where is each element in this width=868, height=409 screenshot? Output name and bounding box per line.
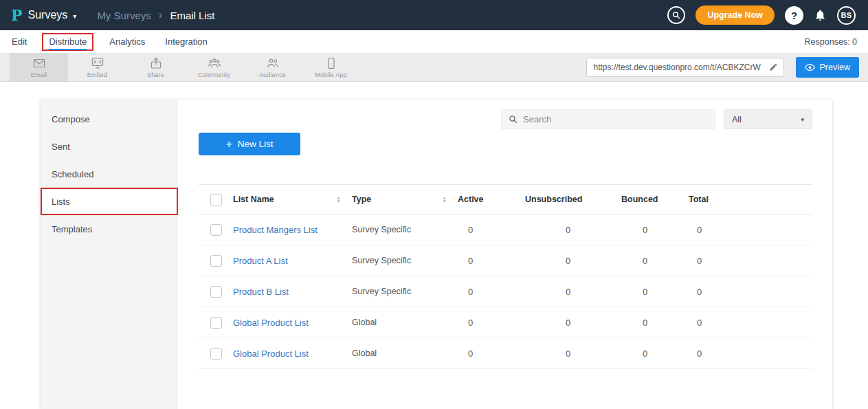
- row-checkbox[interactable]: [210, 224, 222, 236]
- unsubscribed-count: 0: [525, 318, 621, 328]
- bounced-count: 0: [621, 287, 689, 297]
- eye-icon: [805, 63, 815, 71]
- breadcrumb-parent-link[interactable]: My Surveys: [97, 10, 151, 21]
- notifications-button[interactable]: [814, 9, 827, 22]
- list-name-link[interactable]: Product B List: [233, 287, 289, 297]
- preview-label: Preview: [820, 63, 850, 72]
- responses-count[interactable]: Responses: 0: [805, 37, 857, 47]
- survey-url-input[interactable]: [594, 63, 768, 72]
- column-header-list-name[interactable]: List Name ▲▼: [233, 195, 352, 204]
- channel-label: Embed: [87, 71, 108, 78]
- list-name-link[interactable]: Global Product List: [233, 349, 309, 359]
- search-button[interactable]: [667, 6, 685, 24]
- unsubscribed-count: 0: [525, 256, 621, 266]
- channel-label: Community: [198, 71, 230, 78]
- table-header-row: List Name ▲▼ Type ▲▼ Active Unsubscribed…: [199, 184, 812, 214]
- active-count: 0: [458, 225, 525, 235]
- embed-icon: [90, 56, 105, 70]
- chevron-right-icon: ›: [159, 8, 163, 22]
- email-icon: [32, 56, 47, 70]
- pencil-icon: [769, 63, 778, 71]
- channel-share[interactable]: Share: [126, 53, 185, 81]
- list-search-input[interactable]: [523, 114, 708, 124]
- lists-controls: All ▾: [199, 109, 812, 129]
- sort-icon: ▲▼: [337, 196, 341, 203]
- select-all-checkbox[interactable]: [210, 194, 222, 206]
- channel-email[interactable]: Email: [10, 53, 68, 81]
- table-row: Global Product List Global 0 0 0 0: [199, 338, 812, 369]
- list-name-link[interactable]: Product Mangers List: [233, 225, 318, 235]
- community-icon: [207, 56, 222, 70]
- channel-label: Mobile App: [315, 71, 347, 78]
- column-header-active: Active: [458, 195, 525, 204]
- channel-audience[interactable]: Audience: [243, 53, 302, 81]
- preview-button[interactable]: Preview: [796, 57, 859, 78]
- sidebar-item-compose[interactable]: Compose: [41, 105, 178, 133]
- sidebar-item-scheduled[interactable]: Scheduled: [41, 160, 178, 188]
- bounced-count: 0: [621, 256, 689, 266]
- total-count: 0: [689, 349, 750, 359]
- new-list-button[interactable]: + New List: [199, 133, 300, 155]
- breadcrumb: My Surveys › Email List: [97, 8, 214, 22]
- bounced-count: 0: [621, 349, 689, 359]
- unsubscribed-count: 0: [525, 349, 621, 359]
- list-type: Global: [352, 349, 458, 358]
- row-checkbox[interactable]: [210, 348, 222, 360]
- tab-edit[interactable]: Edit: [11, 35, 27, 48]
- active-count: 0: [458, 318, 525, 328]
- sidebar-item-sent[interactable]: Sent: [41, 133, 178, 160]
- active-count: 0: [458, 256, 525, 266]
- page-title: Email List: [170, 10, 214, 21]
- top-header-left: P Surveys ▾ My Surveys › Email List: [0, 0, 214, 30]
- share-icon: [148, 56, 164, 70]
- sort-icon: ▲▼: [443, 196, 447, 203]
- list-name-link[interactable]: Global Product List: [233, 318, 309, 328]
- sidebar-item-templates[interactable]: Templates: [41, 215, 178, 243]
- bell-icon: [814, 9, 827, 22]
- top-header-actions: Upgrade Now ? BS: [667, 5, 861, 25]
- question-mark-icon: ?: [791, 10, 797, 21]
- total-count: 0: [689, 256, 750, 266]
- upgrade-now-button[interactable]: Upgrade Now: [695, 5, 775, 25]
- tab-distribute[interactable]: Distribute: [42, 33, 93, 51]
- email-side-nav: Compose Sent Scheduled Lists Templates: [41, 100, 178, 409]
- column-header-bounced: Bounced: [621, 195, 689, 204]
- column-header-total: Total: [689, 195, 750, 204]
- list-type: Global: [352, 318, 458, 327]
- filter-selected-value: All: [732, 115, 742, 124]
- list-type-filter-dropdown[interactable]: All ▾: [724, 109, 812, 129]
- chevron-down-icon: ▾: [801, 116, 804, 123]
- table-row: Product Mangers List Survey Specific 0 0…: [199, 214, 812, 245]
- survey-url-box: [586, 58, 784, 77]
- bounced-count: 0: [621, 318, 689, 328]
- edit-url-button[interactable]: [768, 61, 779, 73]
- column-header-type[interactable]: Type ▲▼: [352, 195, 458, 204]
- channel-community[interactable]: Community: [185, 53, 243, 81]
- help-button[interactable]: ?: [785, 6, 803, 25]
- channel-mobile-app[interactable]: Mobile App: [302, 53, 360, 81]
- row-checkbox[interactable]: [210, 255, 222, 267]
- column-header-unsubscribed: Unsubscribed: [525, 195, 621, 204]
- channel-label: Audience: [259, 71, 286, 78]
- tab-integration[interactable]: Integration: [164, 35, 208, 48]
- total-count: 0: [689, 287, 750, 297]
- lists-panel: All ▾ + New List List Name ▲▼ Type ▲▼ Ac…: [178, 100, 832, 409]
- channel-label: Share: [147, 71, 164, 78]
- list-type: Survey Specific: [352, 256, 458, 265]
- user-avatar[interactable]: BS: [837, 6, 856, 25]
- channel-label: Email: [31, 71, 47, 78]
- plus-icon: +: [225, 139, 232, 150]
- product-name: Surveys: [28, 9, 68, 21]
- channel-embed[interactable]: Embed: [68, 53, 126, 81]
- row-checkbox[interactable]: [210, 286, 222, 298]
- questionpro-logo-icon: P: [11, 6, 23, 24]
- row-checkbox[interactable]: [210, 317, 222, 329]
- active-count: 0: [458, 349, 525, 359]
- table-row: Product B List Survey Specific 0 0 0 0: [199, 276, 812, 307]
- list-name-link[interactable]: Product A List: [233, 256, 288, 266]
- list-search-box: [501, 109, 715, 129]
- table-row: Product A List Survey Specific 0 0 0 0: [199, 245, 812, 276]
- sidebar-item-lists[interactable]: Lists: [41, 188, 178, 215]
- product-switcher[interactable]: P Surveys ▾: [0, 0, 87, 30]
- tab-analytics[interactable]: Analytics: [109, 35, 146, 48]
